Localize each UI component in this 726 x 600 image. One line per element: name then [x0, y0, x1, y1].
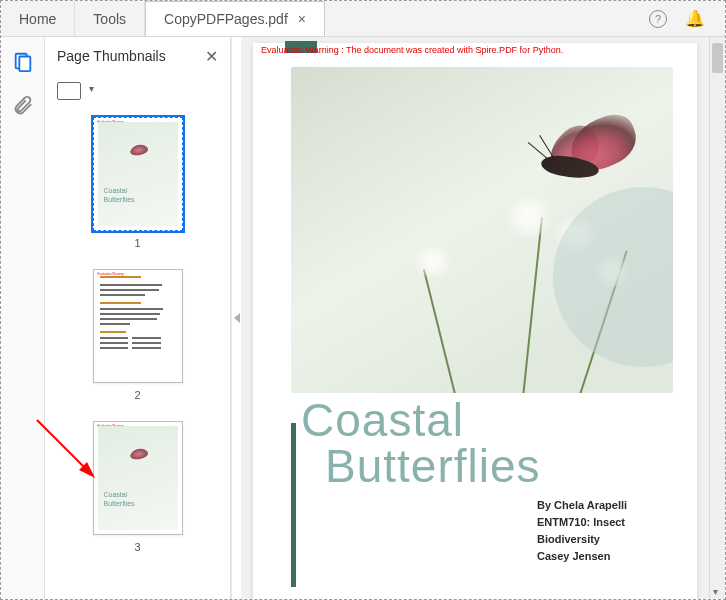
nav-rail [1, 37, 45, 599]
thumbnail-number: 2 [134, 389, 140, 401]
evaluation-warning: Evaluation Warning : The document was cr… [261, 45, 563, 55]
tab-home[interactable]: Home [1, 1, 75, 36]
document-title: Coastal Butterflies [301, 393, 541, 493]
tab-tools-label: Tools [93, 11, 126, 27]
page-canvas: Evaluation Warning : The document was cr… [253, 43, 697, 599]
thumbnail-options-button[interactable] [57, 82, 81, 100]
document-viewer[interactable]: Evaluation Warning : The document was cr… [241, 37, 725, 599]
thumbnail-page-2[interactable]: Evaluation Warning [93, 269, 183, 383]
tab-tools[interactable]: Tools [75, 1, 145, 36]
panel-close-icon[interactable]: ✕ [205, 47, 218, 66]
tab-close-icon[interactable]: × [298, 11, 306, 27]
meta-course: ENTM710: Insect Biodiversity [537, 514, 667, 548]
attachments-icon[interactable] [12, 95, 34, 117]
title-accent-bar [291, 423, 296, 587]
notifications-icon[interactable]: 🔔 [685, 9, 705, 28]
thumbnail-number: 3 [134, 541, 140, 553]
tab-document-label: CopyPDFPages.pdf [164, 11, 288, 27]
tab-bar: Home Tools CopyPDFPages.pdf × ? 🔔 [1, 1, 725, 37]
scrollbar-thumb[interactable] [712, 43, 723, 73]
thumbnail-page-3[interactable]: Evaluation Warning CoastalButterflies [93, 421, 183, 535]
tab-document[interactable]: CopyPDFPages.pdf × [145, 1, 325, 36]
meta-author: By Chela Arapelli [537, 497, 667, 514]
meta-instructor: Casey Jensen [537, 548, 667, 565]
svg-rect-1 [19, 57, 30, 72]
vertical-scrollbar[interactable]: ▴ ▾ [709, 37, 725, 599]
thumbnail-page-1[interactable]: Evaluation Warning CoastalButterflies [93, 117, 183, 231]
thumbnail-number: 1 [134, 237, 140, 249]
panel-title: Page Thumbnails [57, 48, 166, 64]
document-meta: By Chela Arapelli ENTM710: Insect Biodiv… [537, 497, 667, 565]
thumbnails-icon[interactable] [12, 51, 34, 73]
help-icon[interactable]: ? [649, 10, 667, 28]
thumbnails-panel: Page Thumbnails ✕ Evaluation Warning Coa… [45, 37, 231, 599]
title-line-2: Butterflies [325, 439, 541, 493]
tab-home-label: Home [19, 11, 56, 27]
thumbnail-list[interactable]: Evaluation Warning CoastalButterflies 1 … [45, 107, 230, 599]
panel-resizer[interactable] [231, 37, 241, 599]
hero-image [291, 67, 673, 393]
